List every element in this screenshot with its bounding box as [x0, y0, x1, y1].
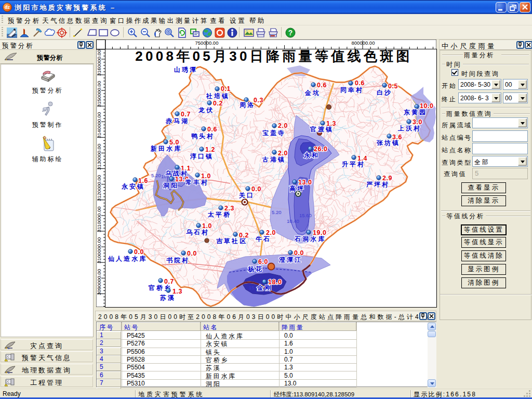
svg-text:3150000.00: 3150000.00 [96, 81, 102, 107]
svg-text:800000.00: 800000.00 [352, 40, 375, 46]
svg-text:书院村: 书院村 [166, 257, 190, 264]
svg-text:金刚: 金刚 [257, 284, 273, 291]
svg-text:山琇潭: 山琇潭 [174, 66, 197, 73]
svg-text:0.0: 0.0 [187, 250, 197, 257]
svg-text:10.40: 10.40 [287, 218, 299, 224]
svg-text:宝盖寺: 宝盖寺 [262, 129, 286, 137]
svg-text:3130000.00: 3130000.00 [96, 144, 102, 170]
svg-text:高坪: 高坪 [289, 185, 305, 192]
svg-text:常丰村: 常丰村 [185, 179, 209, 186]
svg-text:0.0: 0.0 [134, 248, 144, 256]
svg-text:同幸村: 同幸村 [340, 86, 364, 94]
svg-text:0.0: 0.0 [294, 249, 304, 257]
svg-text:关口: 关口 [238, 192, 255, 199]
svg-text:?: ? [288, 29, 293, 37]
svg-text:0.6: 0.6 [317, 82, 327, 89]
svg-text:苏溪: 苏溪 [159, 294, 176, 301]
svg-text:2008年05月30日降雨量等值线色斑图: 2008年05月30日降雨量等值线色斑图 [135, 49, 413, 64]
svg-text:1.2: 1.2 [205, 146, 215, 153]
svg-text:淳口镇: 淳口镇 [190, 153, 214, 160]
svg-text:乌石村: 乌石村 [186, 229, 209, 236]
svg-text:永安镇: 永安镇 [121, 183, 145, 190]
svg-text:3100000.00: 3100000.00 [96, 237, 102, 263]
svg-text:东黄园: 东黄园 [403, 109, 427, 116]
svg-text:0.2: 0.2 [213, 100, 223, 107]
svg-text:0.7: 0.7 [181, 111, 191, 118]
svg-text:周洛: 周洛 [239, 101, 255, 109]
svg-text:赤马湖: 赤马湖 [165, 117, 189, 125]
svg-text:石洞水库: 石洞水库 [294, 235, 326, 243]
svg-text:金坑: 金坑 [304, 89, 321, 97]
svg-text:吉草社区: 吉草社区 [216, 237, 247, 245]
svg-text:3160000.00: 3160000.00 [96, 50, 102, 76]
svg-text:15.60: 15.60 [299, 212, 312, 218]
svg-text:0.1: 0.1 [221, 85, 231, 92]
svg-text:0.6: 0.6 [207, 126, 217, 133]
svg-text:5.20: 5.20 [272, 209, 282, 215]
svg-text:太平桥: 太平桥 [207, 211, 231, 218]
svg-text:3120000.00: 3120000.00 [96, 175, 102, 201]
svg-text:2.0: 2.0 [278, 122, 288, 129]
svg-text:6.0: 6.0 [258, 258, 268, 265]
svg-text:白沙: 白沙 [377, 89, 392, 96]
svg-text:杨花: 杨花 [247, 265, 263, 273]
svg-text:5.20: 5.20 [151, 172, 161, 178]
svg-text:新田水库: 新田水库 [150, 145, 182, 152]
svg-text:古港镇: 古港镇 [262, 156, 286, 163]
svg-text:3110000.00: 3110000.00 [96, 207, 102, 233]
svg-text:洞阳: 洞阳 [163, 182, 179, 189]
svg-text:龙伏: 龙伏 [198, 107, 214, 114]
svg-text:牛石: 牛石 [256, 235, 271, 243]
svg-text:澄潭江: 澄潭江 [278, 256, 302, 263]
svg-text:社培镇: 社培镇 [206, 92, 230, 100]
svg-text:3090000.00: 3090000.00 [96, 269, 102, 295]
svg-text:3140000.00: 3140000.00 [96, 112, 102, 138]
svg-text:0.6: 0.6 [355, 79, 365, 87]
svg-text:750000.00: 750000.00 [195, 40, 219, 46]
svg-text:升平村: 升平村 [341, 161, 365, 168]
svg-text:上沃村: 上沃村 [397, 125, 421, 132]
svg-text:官渡镇: 官渡镇 [310, 126, 334, 133]
svg-text:仙人造水库: 仙人造水库 [108, 255, 147, 262]
svg-text:严坪村: 严坪村 [366, 181, 390, 188]
svg-text:鸭头村: 鸭头村 [191, 132, 215, 140]
svg-text:永和: 永和 [303, 152, 320, 159]
svg-text:张坊镇: 张坊镇 [376, 139, 400, 147]
